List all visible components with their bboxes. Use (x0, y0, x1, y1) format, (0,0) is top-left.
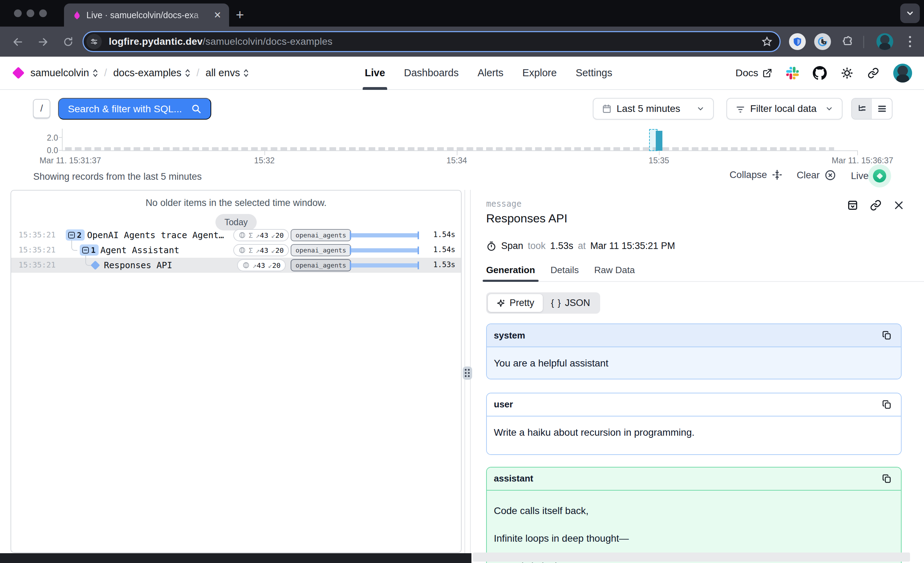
url-bar[interactable]: logfire.pydantic.dev/samuelcolvin/docs-e… (82, 31, 781, 52)
splitter-drag-handle[interactable] (463, 367, 472, 380)
main-nav: Live Dashboards Alerts Explore Settings (365, 57, 612, 89)
tab-generation[interactable]: Generation (486, 265, 535, 281)
reload-icon[interactable] (60, 34, 76, 50)
tree-view-button[interactable] (852, 99, 872, 119)
x-tick (857, 151, 858, 155)
nav-tab-dashboards[interactable]: Dashboards (404, 57, 459, 89)
nav-tab-live[interactable]: Live (365, 57, 385, 89)
details-tabs: Generation Details Raw Data (486, 265, 924, 282)
span-label: Agent Assistant (100, 245, 179, 255)
copy-message-icon[interactable] (880, 328, 894, 342)
password-extension-icon[interactable] (814, 33, 831, 50)
braces-icon: { } (551, 298, 562, 308)
filter-local-data-dropdown[interactable]: Filter local data (726, 98, 843, 120)
scope-tag[interactable]: openai_agents (291, 229, 351, 241)
at-word: at (578, 241, 586, 252)
tab-raw-data[interactable]: Raw Data (594, 265, 635, 281)
breadcrumb-project[interactable]: docs-examples (113, 67, 190, 79)
new-tab-icon[interactable]: + (231, 6, 248, 23)
pretty-toggle-button[interactable]: Pretty (488, 294, 543, 312)
coin-icon (242, 262, 250, 269)
browser-profile-avatar[interactable] (876, 33, 893, 50)
span-diamond-icon (91, 261, 100, 270)
tokens-pill[interactable]: ↗43 ↙20 (237, 259, 286, 271)
forward-icon[interactable] (35, 34, 51, 50)
nav-tab-settings[interactable]: Settings (576, 57, 612, 89)
scope-tag[interactable]: openai_agents (291, 259, 351, 271)
trace-row[interactable]: 15:35:21 1 Agent Assistant Σ ↗43 ↙20 ope… (11, 243, 461, 258)
breadcrumb-separator: / (196, 67, 200, 79)
arrow-up-right-icon: ↗ (256, 231, 260, 240)
copy-message-icon[interactable] (880, 472, 894, 486)
x-tick-label: 15:32 (254, 156, 275, 165)
tab-details[interactable]: Details (550, 265, 579, 281)
role-label: user (494, 399, 513, 410)
panel-title: Responses API (486, 211, 924, 225)
breadcrumb-env[interactable]: all envs (206, 67, 249, 79)
share-link-icon[interactable] (867, 67, 879, 79)
x-tick-label: 15:35 (649, 156, 669, 165)
scope-tag[interactable]: openai_agents (291, 244, 351, 256)
nav-tab-explore[interactable]: Explore (522, 57, 557, 89)
time-range-dropdown[interactable]: Last 5 minutes (593, 98, 714, 120)
search-button[interactable]: Search & filter with SQL... (58, 98, 211, 120)
logfire-favicon-icon (72, 10, 81, 20)
breadcrumb: samuelcolvin / docs-examples / all envs (14, 57, 249, 89)
response-tokens: 20 (272, 261, 280, 270)
trace-row[interactable]: 15:35:21 2 OpenAI Agents trace Agent… Σ … (11, 228, 461, 243)
role-label: system (494, 330, 525, 341)
header-actions: Docs (735, 57, 912, 89)
slack-icon[interactable] (786, 67, 799, 79)
list-view-button[interactable] (872, 99, 892, 119)
bitwarden-extension-icon[interactable] (789, 33, 806, 50)
json-toggle-button[interactable]: { } JSON (543, 294, 599, 312)
empty-window-notice: No older items in the selected time wind… (11, 198, 461, 208)
y-tick-label: 2.0 (37, 133, 58, 143)
trace-row-selected[interactable]: 15:35:21 Responses API ↗43 ↙20 openai_ag… (11, 258, 461, 273)
clear-button[interactable]: Clear (797, 169, 836, 181)
browser-titlebar: Live · samuelcolvin/docs-exa ✕ + (0, 0, 924, 27)
span-label: OpenAI Agents trace Agent… (87, 230, 224, 240)
bookmark-star-icon[interactable] (761, 36, 772, 47)
horizontal-scrollbar[interactable] (473, 553, 910, 562)
chevron-down-icon (825, 105, 833, 113)
copy-link-icon[interactable] (869, 198, 883, 212)
collapse-children-badge[interactable]: 2 (66, 229, 85, 241)
docs-link[interactable]: Docs (735, 67, 772, 79)
histogram-bar[interactable] (656, 131, 662, 151)
message-text: You are a helpful assistant (487, 347, 901, 379)
browser-tab[interactable]: Live · samuelcolvin/docs-exa ✕ (64, 3, 229, 27)
tokens-pill[interactable]: Σ ↗43 ↙20 (233, 244, 289, 256)
tokens-pill[interactable]: Σ ↗43 ↙20 (233, 229, 289, 241)
theme-sun-icon[interactable] (841, 67, 854, 79)
user-avatar[interactable] (893, 64, 912, 82)
breadcrumb-org[interactable]: samuelcolvin (30, 67, 98, 79)
copy-message-icon[interactable] (880, 398, 894, 412)
logfire-brand-icon (12, 67, 24, 79)
browser-menu-icon[interactable] (903, 34, 917, 49)
arrow-down-left-icon: ↙ (271, 246, 275, 255)
github-icon[interactable] (813, 66, 827, 80)
duration-text: 1.53s (434, 261, 455, 269)
dock-panel-icon[interactable] (846, 198, 860, 212)
sparkle-icon (496, 298, 506, 308)
nav-tab-alerts[interactable]: Alerts (477, 57, 503, 89)
message-card-system: system You are a helpful assistant (486, 323, 902, 379)
live-toggle[interactable]: Live (851, 169, 886, 183)
collapse-button[interactable]: Collapse (729, 169, 783, 180)
close-panel-icon[interactable] (892, 198, 906, 212)
arrow-up-right-icon: ↗ (252, 261, 257, 270)
extensions-puzzle-icon[interactable] (839, 33, 856, 50)
collapse-box-icon (68, 232, 75, 238)
sigma-icon: Σ (249, 246, 253, 255)
window-controls[interactable] (14, 9, 47, 17)
span-timestamp: Mar 11 15:35:21 PM (590, 241, 675, 252)
panel-splitter[interactable] (462, 190, 473, 554)
back-icon[interactable] (10, 34, 26, 50)
site-settings-icon[interactable] (86, 34, 102, 49)
url-text[interactable]: logfire.pydantic.dev/samuelcolvin/docs-e… (109, 36, 333, 47)
close-tab-icon[interactable]: ✕ (212, 10, 223, 20)
collapse-children-badge[interactable]: 1 (80, 244, 99, 256)
tree-connector (71, 240, 77, 251)
window-chevron-icon[interactable] (900, 3, 920, 23)
